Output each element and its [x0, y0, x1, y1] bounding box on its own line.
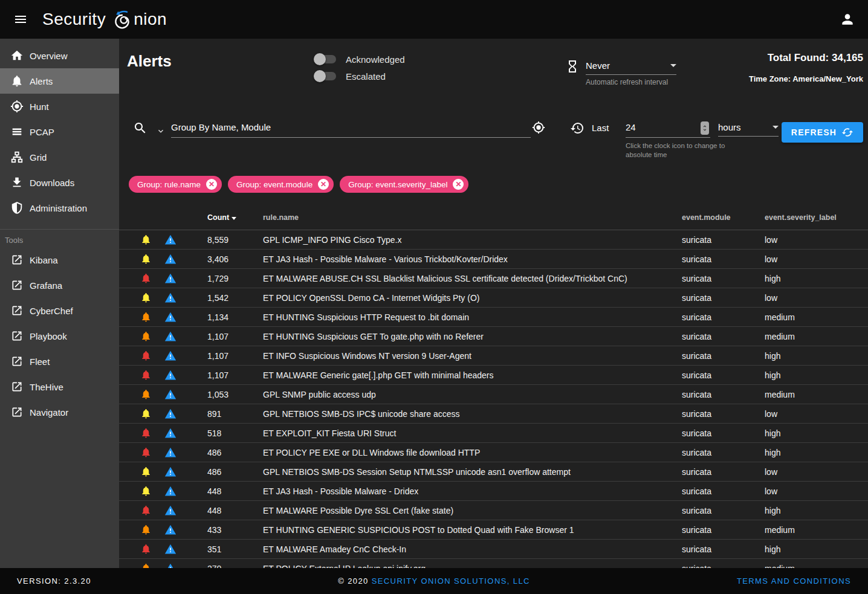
severity-bell-icon[interactable]	[136, 331, 160, 342]
severity-bell-icon[interactable]	[136, 466, 160, 477]
crosshairs-gps-icon[interactable]	[532, 121, 545, 134]
alert-rule-name[interactable]: ET MALWARE Amadey CnC Check-In	[263, 544, 682, 554]
sidebar-item-grid[interactable]: Grid	[0, 144, 119, 170]
table-row[interactable]: 1,107 ET HUNTING Suspicious GET To gate.…	[119, 327, 868, 346]
table-row[interactable]: 486 ET POLICY PE EXE or DLL Windows file…	[119, 443, 868, 462]
alert-rule-name[interactable]: GPL NETBIOS SMB-DS IPC$ unicode share ac…	[263, 409, 682, 419]
alert-rule-name[interactable]: ET HUNTING Suspicious HTTP Request to .b…	[263, 312, 682, 322]
alert-severity-label[interactable]: low	[765, 235, 868, 245]
toggle-switch[interactable]	[316, 55, 336, 63]
alert-severity-label[interactable]: low	[765, 467, 868, 477]
sidebar-item-grafana[interactable]: Grafana	[0, 273, 119, 298]
table-row[interactable]: 1,107 ET MALWARE Generic gate[.].php GET…	[119, 366, 868, 385]
alert-event-module[interactable]: suricata	[682, 544, 765, 554]
alert-rule-name[interactable]: ET JA3 Hash - Possible Malware - Dridex	[263, 486, 682, 496]
alert-event-module[interactable]: suricata	[682, 428, 765, 438]
alert-count[interactable]: 270	[184, 564, 263, 569]
column-header-event-module[interactable]: event.module	[682, 213, 765, 222]
alert-triangle-icon[interactable]	[160, 273, 184, 285]
table-row[interactable]: 433 ET HUNTING GENERIC SUSPICIOUS POST t…	[119, 520, 868, 540]
alert-triangle-icon[interactable]	[160, 485, 184, 497]
account-icon[interactable]	[835, 7, 860, 31]
severity-bell-icon[interactable]	[136, 408, 160, 419]
severity-bell-icon[interactable]	[136, 543, 160, 555]
alert-triangle-icon[interactable]	[160, 427, 184, 439]
sidebar-item-navigator[interactable]: Navigator	[0, 399, 119, 425]
severity-bell-icon[interactable]	[136, 292, 160, 303]
sidebar-item-cyberchef[interactable]: CyberChef	[0, 298, 119, 323]
alert-severity-label[interactable]: medium	[765, 525, 868, 535]
alert-severity-label[interactable]: medium	[765, 564, 868, 569]
severity-bell-icon[interactable]	[136, 273, 160, 284]
alert-count[interactable]: 448	[184, 486, 263, 496]
alert-count[interactable]: 486	[184, 467, 263, 477]
alert-rule-name[interactable]: ET POLICY External IP Lookup api.ipify.o…	[263, 564, 682, 569]
table-row[interactable]: 891 GPL NETBIOS SMB-DS IPC$ unicode shar…	[119, 404, 868, 424]
alert-rule-name[interactable]: ET HUNTING GENERIC SUSPICIOUS POST to Do…	[263, 525, 682, 535]
alert-rule-name[interactable]: GPL SNMP public access udp	[263, 390, 682, 399]
alert-count[interactable]: 8,559	[184, 235, 263, 245]
alert-event-module[interactable]: suricata	[682, 293, 765, 303]
search-input[interactable]	[171, 117, 531, 138]
alert-triangle-icon[interactable]	[160, 234, 184, 246]
sidebar-item-downloads[interactable]: Downloads	[0, 170, 119, 195]
refresh-interval-select[interactable]: Never Automatic refresh interval	[586, 57, 676, 86]
alert-triangle-icon[interactable]	[160, 389, 184, 401]
search-icon[interactable]	[133, 121, 147, 135]
table-row[interactable]: 448 ET MALWARE Possible Dyre SSL Cert (f…	[119, 501, 868, 520]
alert-rule-name[interactable]: ET MALWARE Generic gate[.].php GET with …	[263, 370, 682, 380]
alert-triangle-icon[interactable]	[160, 311, 184, 323]
alert-event-module[interactable]: suricata	[682, 370, 765, 380]
alert-severity-label[interactable]: high	[765, 274, 868, 283]
alert-severity-label[interactable]: low	[765, 486, 868, 496]
alert-severity-label[interactable]: high	[765, 448, 868, 457]
history-clock-icon[interactable]	[570, 121, 585, 135]
alert-event-module[interactable]: suricata	[682, 486, 765, 496]
alert-triangle-icon[interactable]	[160, 543, 184, 555]
alert-event-module[interactable]: suricata	[682, 274, 765, 283]
sidebar-item-fleet[interactable]: Fleet	[0, 349, 119, 374]
severity-bell-icon[interactable]	[136, 427, 160, 439]
alert-count[interactable]: 1,134	[184, 312, 263, 322]
refresh-button[interactable]: REFRESH	[782, 122, 863, 143]
severity-bell-icon[interactable]	[136, 389, 160, 400]
alert-count[interactable]: 1,107	[184, 332, 263, 341]
alert-event-module[interactable]: suricata	[682, 312, 765, 322]
alert-rule-name[interactable]: ET EXPLOIT_KIT Fiesta URI Struct	[263, 428, 682, 438]
sidebar-item-alerts[interactable]: Alerts	[0, 68, 119, 94]
table-row[interactable]: 486 GPL NETBIOS SMB-DS Session Setup NTM…	[119, 462, 868, 482]
alert-count[interactable]: 448	[184, 506, 263, 515]
menu-icon[interactable]	[8, 7, 33, 31]
alert-rule-name[interactable]: ET MALWARE ABUSE.CH SSL Blacklist Malici…	[263, 274, 682, 283]
alert-severity-label[interactable]: medium	[765, 312, 868, 322]
close-icon[interactable]: ✕	[453, 179, 464, 190]
alert-event-module[interactable]: suricata	[682, 332, 765, 341]
alert-count[interactable]: 1,729	[184, 274, 263, 283]
alert-event-module[interactable]: suricata	[682, 448, 765, 457]
alert-event-module[interactable]: suricata	[682, 390, 765, 399]
alert-count[interactable]: 891	[184, 409, 263, 419]
severity-bell-icon[interactable]	[136, 311, 160, 323]
group-chip-rule-name[interactable]: Group: rule.name ✕	[129, 176, 222, 193]
alert-severity-label[interactable]: high	[765, 544, 868, 554]
alert-count[interactable]: 518	[184, 428, 263, 438]
alert-event-module[interactable]: suricata	[682, 254, 765, 264]
alert-triangle-icon[interactable]	[160, 350, 184, 362]
toggle-switch[interactable]	[316, 72, 336, 80]
severity-bell-icon[interactable]	[136, 350, 160, 361]
alert-severity-label[interactable]: high	[765, 506, 868, 515]
alert-count[interactable]: 351	[184, 544, 263, 554]
group-chip-event-module[interactable]: Group: event.module ✕	[228, 176, 334, 193]
alert-triangle-icon[interactable]	[160, 408, 184, 420]
alert-event-module[interactable]: suricata	[682, 409, 765, 419]
alert-event-module[interactable]: suricata	[682, 467, 765, 477]
alert-severity-label[interactable]: high	[765, 351, 868, 361]
alert-rule-name[interactable]: ET POLICY OpenSSL Demo CA - Internet Wid…	[263, 293, 682, 303]
sidebar-item-hunt[interactable]: Hunt	[0, 94, 119, 119]
close-icon[interactable]: ✕	[318, 179, 329, 190]
time-amount-input[interactable]	[626, 117, 693, 137]
table-row[interactable]: 3,406 ET JA3 Hash - Possible Malware - V…	[119, 250, 868, 269]
alert-count[interactable]: 1,542	[184, 293, 263, 303]
table-row[interactable]: 1,053 GPL SNMP public access udp suricat…	[119, 385, 868, 404]
alert-severity-label[interactable]: medium	[765, 390, 868, 399]
